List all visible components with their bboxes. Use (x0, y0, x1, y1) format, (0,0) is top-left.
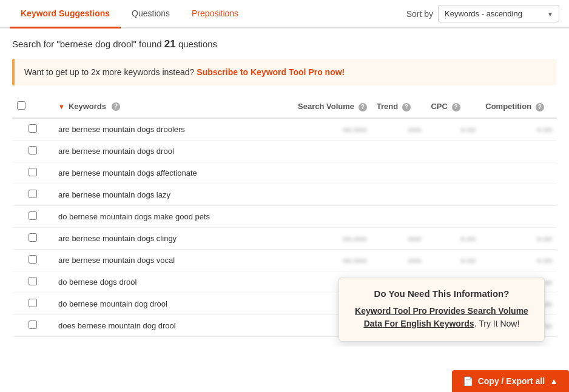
competition-cell: ●.●● (480, 228, 557, 250)
row-checkbox-cell (12, 162, 53, 184)
row-checkbox-cell (12, 206, 53, 228)
sort-select[interactable]: Keywords - ascending Keywords - descendi… (438, 5, 559, 22)
trend-cell: ●●● (372, 228, 426, 250)
tabs-bar: Keyword Suggestions Questions Prepositio… (0, 0, 569, 28)
th-competition: Competition ? (480, 95, 557, 118)
row-checkbox[interactable] (29, 124, 37, 133)
volume-cell: ●●,●●● (293, 250, 372, 271)
sort-label: Sort by (406, 9, 433, 19)
keyword-cell: does bernese mountain dog drool (53, 315, 293, 337)
table-row: are bernese mountain dogs droolers●●,●●●… (12, 118, 557, 141)
volume-cell (293, 141, 372, 162)
table-row: are bernese mountain dogs lazy (12, 184, 557, 206)
row-checkbox-cell (12, 184, 53, 206)
th-cpc: CPC ? (426, 95, 480, 118)
tab-questions[interactable]: Questions (121, 0, 181, 28)
volume-cell (293, 206, 372, 228)
keyword-cell: do bernese dogs drool (53, 271, 293, 293)
th-competition-label: Competition (485, 102, 531, 111)
cpc-cell: ●.●● (426, 228, 480, 250)
volume-help-icon[interactable]: ? (359, 103, 367, 111)
row-checkbox[interactable] (29, 255, 37, 264)
row-checkbox-cell (12, 250, 53, 271)
row-checkbox[interactable] (29, 146, 37, 154)
volume-cell: ●●,●●● (293, 118, 372, 141)
keyword-cell: are bernese mountain dogs clingy (53, 228, 293, 250)
keyword-cell: are bernese mountain dogs drool (53, 141, 293, 162)
cpc-cell: ●.●● (426, 118, 480, 141)
table-row: are bernese mountain dogs affectionate (12, 162, 557, 184)
result-prefix: Search for "bernese dog drool" found (12, 39, 164, 49)
select-all-header (12, 95, 53, 118)
th-search-volume: Search Volume ? (293, 95, 372, 118)
volume-cell: ●●,●●● (293, 228, 372, 250)
volume-cell (293, 184, 372, 206)
promo-banner: Want to get up to 2x more keywords inste… (12, 59, 557, 85)
result-count: 21 (164, 38, 176, 50)
trend-cell: ●●● (372, 250, 426, 271)
row-checkbox-cell (12, 315, 53, 337)
row-checkbox[interactable] (29, 277, 37, 285)
th-volume-label: Search Volume (298, 102, 354, 111)
competition-cell: ●.●● (480, 118, 557, 141)
trend-cell (372, 162, 426, 184)
keyword-cell: do bernese mountain dogs make good pets (53, 206, 293, 228)
row-checkbox-cell (12, 228, 53, 250)
cpc-cell (426, 141, 480, 162)
keyword-cell: are bernese mountain dogs droolers (53, 118, 293, 141)
tooltip-suffix: . Try It Now! (474, 319, 520, 328)
competition-cell (480, 206, 557, 228)
trend-cell (372, 206, 426, 228)
sort-select-wrapper: Keywords - ascending Keywords - descendi… (438, 5, 559, 22)
promo-text: Want to get up to 2x more keywords inste… (24, 67, 197, 77)
tab-prepositions[interactable]: Prepositions (181, 0, 249, 28)
select-all-checkbox[interactable] (17, 101, 25, 110)
row-checkbox[interactable] (29, 321, 37, 329)
trend-help-icon[interactable]: ? (402, 103, 411, 111)
tooltip-body: Keyword Tool Pro Provides Search Volume … (351, 305, 532, 330)
row-checkbox-cell (12, 293, 53, 315)
competition-cell (480, 141, 557, 162)
table-header-row: ▼ Keywords ? Search Volume ? Trend ? (12, 95, 557, 118)
competition-cell (480, 184, 557, 206)
row-checkbox[interactable] (29, 211, 37, 220)
competition-help-icon[interactable]: ? (536, 103, 544, 111)
promo-link[interactable]: Subscribe to Keyword Tool Pro now! (197, 67, 345, 77)
table-row: are bernese mountain dogs clingy●●,●●●●●… (12, 228, 557, 250)
th-keywords: ▼ Keywords ? (53, 95, 293, 118)
row-checkbox[interactable] (29, 299, 37, 307)
sort-area: Sort by Keywords - ascending Keywords - … (406, 5, 559, 22)
sort-arrow-icon: ▼ (58, 103, 65, 110)
cpc-cell (426, 184, 480, 206)
keyword-cell: are bernese mountain dogs lazy (53, 184, 293, 206)
tooltip-popup: Do You Need This Information? Keyword To… (338, 277, 545, 342)
result-suffix: questions (176, 39, 217, 49)
cpc-cell: ●.●● (426, 250, 480, 271)
keyword-cell: do bernese mountain dog drool (53, 293, 293, 315)
table-wrapper: ▼ Keywords ? Search Volume ? Trend ? (12, 95, 557, 337)
row-checkbox[interactable] (29, 168, 37, 176)
row-checkbox[interactable] (29, 233, 37, 242)
tab-keyword-suggestions[interactable]: Keyword Suggestions (10, 0, 121, 28)
keyword-cell: are bernese mountain dogs affectionate (53, 162, 293, 184)
content-area: Search for "bernese dog drool" found 21 … (0, 28, 569, 347)
keyword-cell: are bernese mountain dogs vocal (53, 250, 293, 271)
th-cpc-label: CPC (431, 102, 447, 111)
trend-cell: ●●● (372, 118, 426, 141)
result-summary: Search for "bernese dog drool" found 21 … (12, 38, 557, 50)
cpc-help-icon[interactable]: ? (452, 103, 460, 111)
tooltip-title: Do You Need This Information? (351, 288, 532, 299)
trend-cell (372, 184, 426, 206)
cpc-cell (426, 206, 480, 228)
cpc-cell (426, 162, 480, 184)
volume-cell (293, 162, 372, 184)
table-row: are bernese mountain dogs vocal●●,●●●●●●… (12, 250, 557, 271)
table-row: do bernese mountain dogs make good pets (12, 206, 557, 228)
row-checkbox-cell (12, 271, 53, 293)
th-trend: Trend ? (372, 95, 426, 118)
keywords-help-icon[interactable]: ? (112, 102, 120, 111)
row-checkbox[interactable] (29, 190, 37, 198)
row-checkbox-cell (12, 141, 53, 162)
th-keywords-label: Keywords (69, 102, 106, 111)
trend-cell (372, 141, 426, 162)
